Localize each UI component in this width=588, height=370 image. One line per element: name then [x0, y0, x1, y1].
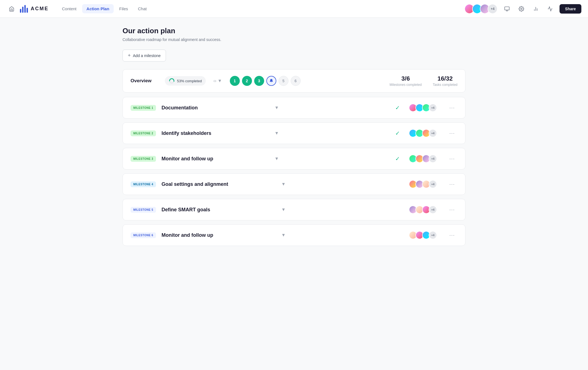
page-subtitle: Collaborative roadmap for mutual alignme…	[123, 37, 465, 42]
milestone-card-4: MILESTONE 4 Goal settings and alignment …	[123, 173, 465, 195]
user-avatars: +4	[464, 4, 498, 14]
home-button[interactable]	[7, 4, 17, 14]
logo-text: ACME	[31, 6, 49, 12]
settings-icon[interactable]	[516, 4, 526, 14]
milestone-name-1: Documentation	[162, 105, 267, 111]
logo-icon	[20, 5, 28, 13]
add-milestone-button[interactable]: + Add a milestone	[123, 50, 166, 61]
milestone-name-5: Define SMART goals	[162, 207, 274, 213]
member-avatar-overflow: +4	[429, 155, 437, 163]
more-options-button-3[interactable]: ⋯	[447, 154, 457, 163]
more-options-button-1[interactable]: ⋯	[447, 103, 457, 112]
milestone-chevron-1[interactable]: ▼	[275, 105, 279, 110]
overview-chevron[interactable]: ‹› ▼	[212, 77, 223, 84]
nav-content[interactable]: Content	[58, 4, 81, 13]
milestone-chevron-2[interactable]: ▼	[275, 131, 279, 136]
share-button[interactable]: Share	[560, 4, 581, 14]
milestones-label: Milestones completed	[390, 83, 422, 87]
milestone-badge-5: MILESTONE 5	[131, 207, 156, 213]
milestone-card-1: MILESTONE 1 Documentation ▼ ✓ +4 ⋯	[123, 97, 465, 119]
milestone-num-2[interactable]: 2	[242, 76, 252, 86]
nav-right: +4 Share	[464, 4, 581, 14]
milestone-chevron-6[interactable]: ▼	[281, 233, 286, 238]
milestone-badge-3: MILESTONE 3	[131, 156, 156, 162]
more-options-button-6[interactable]: ⋯	[447, 231, 457, 240]
milestone-chevron-4[interactable]: ▼	[281, 182, 286, 187]
completed-check-icon: ✓	[395, 130, 400, 137]
svg-point-3	[521, 8, 522, 9]
milestone-num-1[interactable]: 1	[230, 76, 240, 86]
member-avatars-4: +4	[409, 180, 437, 188]
progress-text: 53% completed	[177, 79, 202, 83]
milestone-card-2: MILESTONE 2 Identify stakeholders ▼ ✓ +4…	[123, 122, 465, 144]
milestone-card-6: MILESTONE 6 Monitor and follow up ▼ +4 ⋯	[123, 224, 465, 246]
milestone-chevron-3[interactable]: ▼	[275, 156, 279, 161]
announcement-icon[interactable]	[545, 4, 555, 14]
completed-check-icon: ✓	[395, 155, 400, 162]
member-avatar-overflow: +4	[429, 129, 437, 137]
main-content: Our action plan Collaborative roadmap fo…	[111, 18, 477, 259]
milestone-name-2: Identify stakeholders	[162, 130, 267, 136]
milestone-num-5[interactable]: 5	[279, 76, 288, 86]
analytics-icon[interactable]	[531, 4, 541, 14]
member-avatars-5: +4	[409, 205, 437, 214]
more-options-button-4[interactable]: ⋯	[447, 180, 457, 189]
avatar-overflow[interactable]: +4	[488, 4, 498, 14]
milestones-stat: 3/6 Milestones completed	[390, 75, 422, 87]
member-avatars-6: +4	[409, 231, 437, 239]
member-avatar-overflow: +4	[429, 231, 437, 239]
milestone-num-3[interactable]: 3	[254, 76, 264, 86]
tasks-stat: 16/32 Tasks completed	[433, 75, 457, 87]
overview-stats: 3/6 Milestones completed 16/32 Tasks com…	[390, 75, 457, 87]
milestones-count: 3/6	[390, 75, 422, 82]
milestone-name-6: Monitor and follow up	[162, 232, 274, 238]
milestone-card-3: MILESTONE 3 Monitor and follow up ▼ ✓ +4…	[123, 148, 465, 169]
overview-card: Overview 53% completed ‹› ▼ 1 2 3 5 6	[123, 69, 465, 92]
member-avatar-overflow: +4	[429, 104, 437, 112]
tasks-count: 16/32	[433, 75, 457, 82]
logo: ACME	[20, 5, 49, 13]
navbar: ACME Content Action Plan Files Chat +4	[0, 0, 588, 18]
milestone-badge-4: MILESTONE 4	[131, 181, 156, 187]
nav-files[interactable]: Files	[115, 4, 132, 13]
nav-links: Content Action Plan Files Chat	[58, 4, 464, 13]
member-avatar-overflow: +4	[429, 205, 437, 214]
nav-chat[interactable]: Chat	[134, 4, 151, 13]
member-avatar-overflow: +4	[429, 180, 437, 188]
milestone-badge-2: MILESTONE 2	[131, 130, 156, 136]
milestone-name-3: Monitor and follow up	[162, 156, 267, 162]
more-options-button-2[interactable]: ⋯	[447, 129, 457, 138]
milestone-number-tabs: 1 2 3 5 6	[230, 76, 301, 86]
completed-check-icon: ✓	[395, 104, 400, 111]
svg-rect-0	[505, 7, 509, 10]
add-milestone-label: Add a milestone	[133, 53, 161, 58]
more-options-button-5[interactable]: ⋯	[447, 205, 457, 214]
progress-badge: 53% completed	[165, 76, 206, 86]
member-avatars-1: +4	[409, 104, 437, 112]
milestone-badge-1: MILESTONE 1	[131, 105, 156, 111]
milestone-num-6[interactable]: 6	[291, 76, 301, 86]
milestone-badge-6: MILESTONE 6	[131, 232, 156, 238]
nav-action-plan[interactable]: Action Plan	[82, 4, 114, 13]
milestone-chevron-5[interactable]: ▼	[281, 207, 286, 212]
member-avatars-3: +4	[409, 155, 437, 163]
member-avatars-2: +4	[409, 129, 437, 137]
milestone-num-4[interactable]	[266, 76, 276, 86]
tasks-label: Tasks completed	[433, 83, 457, 87]
page-title: Our action plan	[123, 27, 465, 35]
notifications-icon[interactable]	[502, 4, 512, 14]
milestones-list: MILESTONE 1 Documentation ▼ ✓ +4 ⋯ MILES…	[123, 97, 465, 246]
milestone-card-5: MILESTONE 5 Define SMART goals ▼ +4 ⋯	[123, 199, 465, 220]
milestone-name-4: Goal settings and alignment	[162, 181, 274, 187]
overview-label: Overview	[131, 78, 158, 84]
progress-circle	[169, 78, 175, 84]
plus-icon: +	[128, 53, 131, 58]
